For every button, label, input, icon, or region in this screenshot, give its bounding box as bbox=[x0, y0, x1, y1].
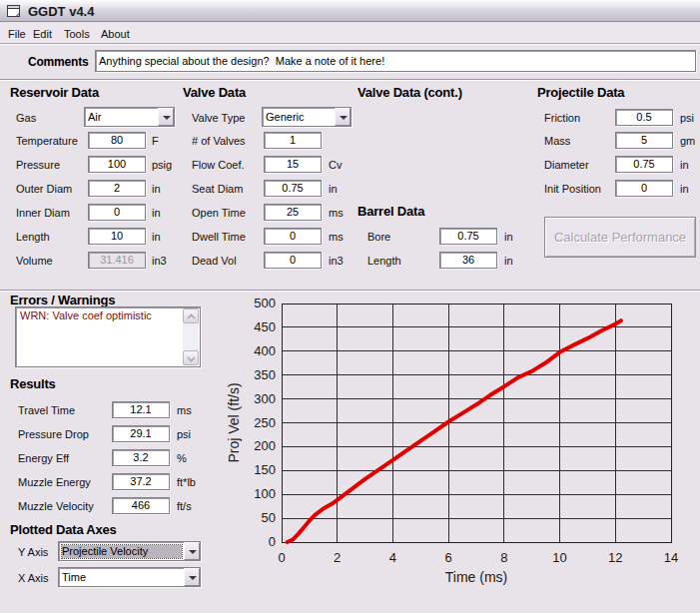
muzzle-velocity-field[interactable]: 466 bbox=[112, 497, 170, 514]
valve-data-header: Valve Data bbox=[183, 85, 246, 100]
outer-diam-field[interactable]: 2 bbox=[88, 180, 146, 197]
x-tick-label: 12 bbox=[608, 550, 622, 565]
scroll-up-button[interactable] bbox=[183, 308, 199, 323]
pressure-drop-unit: psi bbox=[177, 428, 191, 440]
menu-file[interactable]: File bbox=[8, 28, 26, 40]
x-tick-label: 4 bbox=[389, 550, 396, 565]
num-valves-field[interactable]: 1 bbox=[264, 132, 322, 149]
inner-diam-label: Inner Diam bbox=[16, 207, 70, 219]
init-position-label: Init Position bbox=[544, 183, 601, 195]
scrollbar[interactable] bbox=[183, 308, 199, 365]
y-tick-label: 400 bbox=[254, 343, 276, 358]
comments-label: Comments bbox=[28, 55, 88, 69]
results-header: Results bbox=[10, 376, 56, 391]
energy-eff-field[interactable]: 3.2 bbox=[112, 449, 170, 466]
length-unit: in bbox=[152, 231, 161, 243]
y-tick-label: 450 bbox=[254, 319, 276, 334]
plotted-data-axes-header: Plotted Data Axes bbox=[10, 522, 117, 537]
temperature-field[interactable]: 80 bbox=[88, 132, 146, 149]
menu-about[interactable]: About bbox=[101, 28, 130, 40]
init-position-field[interactable]: 0 bbox=[615, 180, 673, 197]
valve-cont-header: Valve Data (cont.) bbox=[357, 85, 462, 100]
separator bbox=[0, 79, 700, 81]
menu-bar: File Edit Tools About bbox=[0, 23, 700, 44]
chevron-down-icon[interactable] bbox=[335, 108, 350, 126]
inner-diam-field[interactable]: 0 bbox=[88, 204, 146, 221]
seat-diam-field[interactable]: 0.75 bbox=[264, 180, 322, 197]
volume-label: Volume bbox=[16, 255, 53, 267]
pressure-unit: psig bbox=[152, 159, 172, 171]
dead-vol-field[interactable]: 0 bbox=[264, 252, 322, 269]
open-time-unit: ms bbox=[329, 207, 344, 219]
travel-time-unit: ms bbox=[177, 404, 192, 416]
seat-diam-label: Seat Diam bbox=[192, 183, 243, 195]
barrel-length-label: Length bbox=[367, 255, 401, 267]
dwell-time-field[interactable]: 0 bbox=[264, 228, 322, 245]
temperature-unit: F bbox=[152, 135, 159, 147]
warning-message: WRN: Valve coef optimistic bbox=[20, 309, 152, 321]
travel-time-field[interactable]: 12.1 bbox=[112, 401, 170, 418]
diameter-field[interactable]: 0.75 bbox=[615, 156, 673, 173]
muzzle-energy-unit: ft*lb bbox=[177, 476, 196, 488]
y-tick-label: 300 bbox=[254, 391, 276, 406]
mass-unit: gm bbox=[680, 135, 695, 147]
dead-vol-unit: in3 bbox=[329, 255, 344, 267]
energy-eff-unit: % bbox=[177, 452, 187, 464]
chevron-down-icon[interactable] bbox=[184, 542, 200, 560]
y-axis-combo[interactable]: Projectile Velocity bbox=[58, 541, 201, 561]
open-time-label: Open Time bbox=[192, 207, 246, 219]
x-tick-label: 6 bbox=[445, 550, 452, 565]
y-tick-label: 350 bbox=[254, 367, 276, 382]
dwell-time-unit: ms bbox=[329, 231, 344, 243]
menu-edit[interactable]: Edit bbox=[33, 28, 52, 40]
errors-warnings-header: Errors / Warnings bbox=[10, 293, 115, 307]
calculate-performance-button[interactable]: Calculate Performance bbox=[544, 217, 696, 258]
open-time-field[interactable]: 25 bbox=[264, 204, 322, 221]
x-axis-combo[interactable]: Time bbox=[58, 567, 201, 587]
temperature-label: Temperature bbox=[16, 135, 78, 147]
menu-tools[interactable]: Tools bbox=[64, 28, 90, 40]
muzzle-velocity-label: Muzzle Velocity bbox=[18, 500, 94, 512]
dwell-time-label: Dwell Time bbox=[192, 231, 246, 243]
reservoir-data-header: Reservoir Data bbox=[10, 85, 99, 100]
valve-type-label: Valve Type bbox=[192, 112, 245, 124]
friction-field[interactable]: 0.5 bbox=[615, 109, 673, 126]
scroll-down-button[interactable] bbox=[183, 350, 199, 365]
muzzle-energy-label: Muzzle Energy bbox=[18, 476, 91, 488]
flow-coef-label: Flow Coef. bbox=[192, 159, 245, 171]
pressure-drop-label: Pressure Drop bbox=[18, 428, 89, 440]
y-tick-label: 500 bbox=[254, 296, 276, 310]
barrel-length-field[interactable]: 36 bbox=[439, 252, 497, 269]
valve-type-combo[interactable]: Generic bbox=[262, 107, 351, 127]
velocity-chart: 0246810121405010015020025030035040045050… bbox=[225, 290, 700, 613]
flow-coef-field[interactable]: 15 bbox=[264, 156, 322, 173]
x-axis-label: X Axis bbox=[18, 572, 49, 584]
outer-diam-label: Outer Diam bbox=[16, 183, 72, 195]
chevron-down-icon bbox=[187, 355, 196, 362]
pressure-drop-field[interactable]: 29.1 bbox=[112, 425, 170, 442]
bore-label: Bore bbox=[367, 231, 390, 243]
y-axis-title: Proj Vel (ft/s) bbox=[226, 382, 242, 462]
outer-diam-unit: in bbox=[152, 183, 161, 195]
gas-combo[interactable]: Air bbox=[84, 107, 175, 127]
muzzle-energy-field[interactable]: 37.2 bbox=[112, 473, 170, 490]
chevron-down-icon[interactable] bbox=[184, 568, 200, 586]
bore-field[interactable]: 0.75 bbox=[439, 228, 497, 245]
flow-coef-unit: Cv bbox=[329, 159, 342, 171]
muzzle-velocity-unit: ft/s bbox=[177, 500, 192, 512]
y-tick-label: 50 bbox=[262, 510, 276, 525]
y-tick-label: 100 bbox=[254, 486, 276, 501]
pressure-field[interactable]: 100 bbox=[88, 156, 146, 173]
title-bar[interactable]: GGDT v4.4 bbox=[0, 0, 700, 22]
errors-warnings-box[interactable]: WRN: Valve coef optimistic bbox=[15, 306, 201, 367]
comments-input[interactable]: Anything special about the design? Make … bbox=[95, 50, 696, 72]
y-tick-label: 150 bbox=[254, 462, 276, 477]
length-field[interactable]: 10 bbox=[88, 228, 146, 245]
volume-unit: in3 bbox=[152, 255, 167, 267]
chevron-down-icon[interactable] bbox=[158, 108, 174, 126]
x-tick-label: 8 bbox=[500, 550, 507, 565]
barrel-data-header: Barrel Data bbox=[357, 204, 424, 219]
mass-field[interactable]: 5 bbox=[615, 132, 673, 149]
y-tick-label: 0 bbox=[269, 534, 276, 549]
y-tick-label: 200 bbox=[254, 438, 276, 453]
